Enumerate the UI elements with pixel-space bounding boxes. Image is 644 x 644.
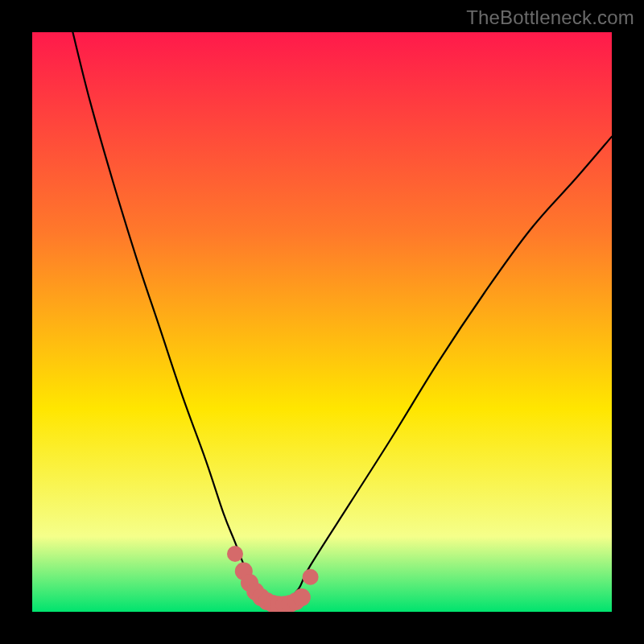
curve-marker (303, 569, 319, 585)
curve-marker (227, 546, 243, 562)
watermark-text: TheBottleneck.com (466, 6, 634, 29)
chart-svg (32, 32, 612, 612)
chart-background (32, 32, 612, 612)
plot-area (32, 32, 612, 612)
chart-frame: TheBottleneck.com (0, 0, 644, 644)
curve-marker (293, 588, 311, 606)
